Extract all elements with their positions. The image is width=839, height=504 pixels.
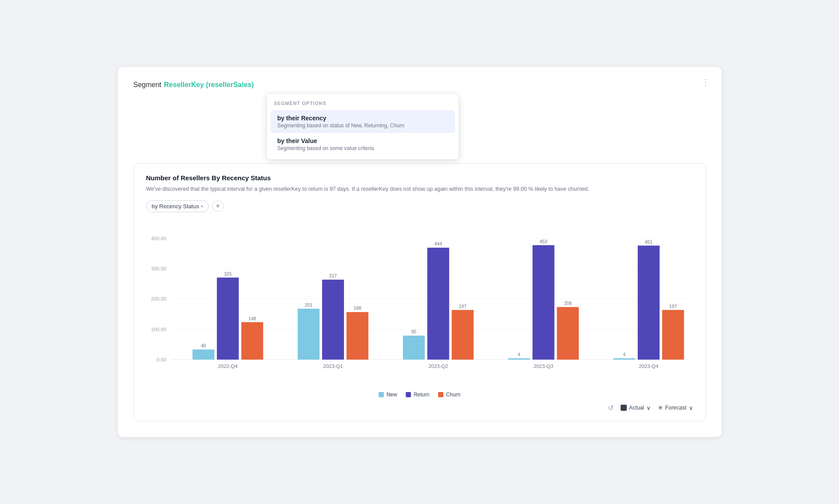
svg-text:4: 4 [623, 352, 625, 357]
segment-option-recency-desc: Segmenting based on status of New, Retur… [277, 122, 448, 129]
segment-options-label: SEGMENT OPTIONS [267, 101, 459, 110]
legend-return-label: Return [414, 392, 429, 398]
bar-2023q4-new [613, 358, 635, 360]
segment-option-recency[interactable]: by their Recency Segmenting based on sta… [270, 110, 455, 133]
actual-button[interactable]: Actual ∨ [621, 405, 651, 411]
svg-text:453: 453 [539, 238, 547, 244]
chart-footer: ↺ Actual ∨ ✳ Forecast ∨ [146, 404, 693, 412]
chart-container: 400.00 300.00 200.00 100.00 0.00 [146, 221, 693, 387]
forecast-asterisk: ✳ [658, 404, 663, 411]
svg-text:95: 95 [411, 329, 416, 334]
chart-subtitle: We've discovered that the typical interv… [146, 185, 693, 193]
legend-return: Return [406, 392, 429, 398]
legend-churn-label: Churn [446, 392, 460, 398]
more-options-icon[interactable]: ⋮ [702, 77, 709, 87]
forecast-button[interactable]: ✳ Forecast ∨ [658, 404, 693, 411]
bar-2023q4-return [638, 245, 660, 360]
svg-text:148: 148 [248, 315, 256, 321]
svg-text:40: 40 [200, 343, 206, 348]
bar-2023q3-churn [557, 307, 579, 360]
segment-option-value-title: by their Value [277, 137, 448, 144]
bar-2023q3-return [532, 245, 554, 360]
segment-option-recency-title: by their Recency [277, 115, 448, 122]
bar-2023q2-return [427, 248, 449, 360]
svg-text:201: 201 [305, 302, 312, 308]
bar-2022q4-churn [241, 322, 263, 360]
svg-text:451: 451 [645, 239, 653, 244]
legend-new: New [379, 392, 397, 398]
svg-text:200.00: 200.00 [151, 296, 166, 301]
legend-churn: Churn [438, 392, 460, 398]
chart-section: ⋮ Number of Resellers By Recency Status … [133, 163, 706, 421]
filter-bar: by Recency Status ▾ + [146, 200, 693, 212]
svg-text:2023-Q2: 2023-Q2 [428, 364, 448, 369]
svg-text:188: 188 [353, 305, 361, 311]
chart-legend: New Return Churn [146, 392, 693, 398]
svg-text:2023-Q3: 2023-Q3 [534, 364, 553, 369]
legend-new-label: New [386, 392, 397, 398]
forecast-chevron: ∨ [689, 405, 693, 411]
svg-text:2023-Q4: 2023-Q4 [639, 364, 658, 369]
segment-options-dropdown: SEGMENT OPTIONS by their Recency Segment… [267, 93, 459, 160]
legend-new-dot [379, 392, 384, 397]
legend-churn-dot [438, 392, 443, 397]
svg-text:325: 325 [224, 271, 232, 276]
bar-2023q1-new [298, 308, 319, 359]
svg-text:2022-Q4: 2022-Q4 [218, 364, 238, 369]
bar-chart: 400.00 300.00 200.00 100.00 0.00 [146, 221, 693, 387]
add-filter-button[interactable]: + [212, 200, 224, 212]
add-icon: + [216, 202, 220, 210]
bar-2023q4-churn [662, 310, 684, 359]
recency-filter-button[interactable]: by Recency Status ▾ [146, 200, 209, 212]
actual-chevron: ∨ [646, 405, 651, 411]
forecast-label: Forecast [665, 405, 687, 411]
svg-text:4: 4 [517, 352, 520, 357]
filter-chevron-icon: ▾ [201, 204, 203, 209]
segment-option-value[interactable]: by their Value Segmenting based on some … [270, 133, 455, 156]
bar-2023q3-new [508, 358, 530, 360]
chart-title: Number of Resellers By Recency Status [146, 174, 693, 182]
svg-text:444: 444 [434, 241, 442, 246]
page-header: Segment ResellerKey (resellerSales) [133, 81, 706, 89]
svg-text:208: 208 [564, 301, 572, 306]
bar-2023q1-churn [346, 312, 368, 360]
svg-text:400.00: 400.00 [151, 236, 166, 241]
main-card: Segment ResellerKey (resellerSales) SEGM… [118, 67, 722, 437]
segment-name: ResellerKey (resellerSales) [164, 81, 254, 89]
svg-text:197: 197 [669, 304, 677, 309]
svg-text:100.00: 100.00 [151, 326, 166, 332]
svg-text:197: 197 [459, 304, 467, 309]
svg-text:2023-Q1: 2023-Q1 [323, 364, 343, 369]
refresh-icon[interactable]: ↺ [608, 404, 614, 412]
legend-return-dot [406, 392, 411, 397]
svg-text:0.00: 0.00 [156, 357, 166, 362]
svg-text:300.00: 300.00 [151, 266, 166, 271]
segment-prefix: Segment [133, 81, 161, 89]
bar-2023q2-new [403, 336, 425, 360]
bar-2023q2-churn [452, 310, 474, 359]
filter-label: by Recency Status [152, 203, 199, 210]
bar-2022q4-return [217, 277, 239, 360]
svg-text:317: 317 [329, 273, 337, 278]
actual-label: Actual [629, 405, 644, 411]
actual-icon [621, 405, 627, 411]
bar-2023q1-return [322, 280, 344, 360]
bar-2022q4-new [192, 350, 214, 360]
segment-option-value-desc: Segmenting based on some value criteria [277, 145, 448, 151]
